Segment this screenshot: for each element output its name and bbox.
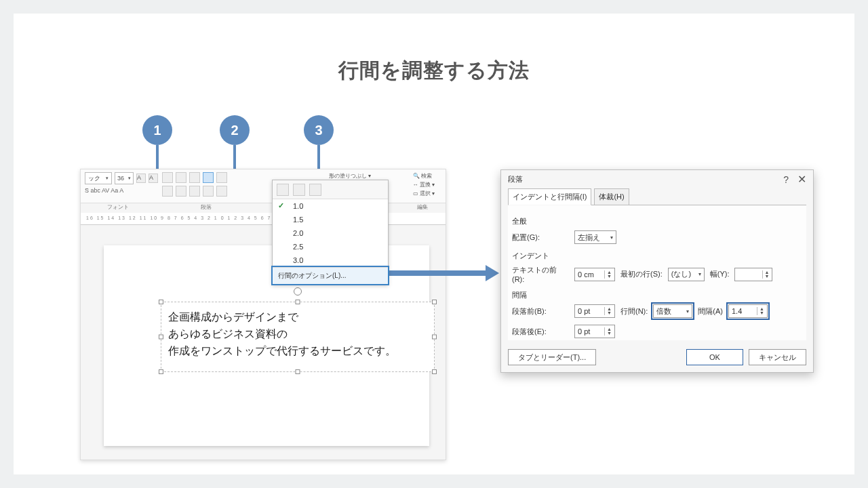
align-justify-icon[interactable] — [203, 186, 214, 197]
line-spacing-options[interactable]: 行間のオプション(L)... — [273, 267, 388, 284]
numbering-icon[interactable] — [176, 172, 186, 183]
line-spacing-icon — [277, 184, 289, 196]
linespacing-label: 行間(N): — [620, 306, 648, 317]
line-spacing-icon[interactable] — [203, 172, 214, 183]
ribbon-panel: ック▾ 36▾ A A S abc AV Aa A — [80, 169, 446, 460]
select-menu[interactable]: ▭ 選択 ▾ — [413, 190, 435, 197]
selected-textbox[interactable]: 企画構成からデザインまで あらゆるビジネス資料の 作成をワンストップで代行するサ… — [161, 302, 435, 372]
step-badge-3: 3 — [304, 115, 334, 145]
resize-handle-ne[interactable] — [432, 300, 437, 304]
line-spacing-1-5[interactable]: 1.5 — [273, 213, 388, 226]
indent-before-spinner[interactable]: 0 cm▲▼ — [574, 268, 615, 281]
section-spacing: 間隔 — [512, 290, 802, 300]
firstline-label: 最初の行(S): — [620, 269, 663, 279]
indent-decrease-icon[interactable] — [189, 172, 200, 183]
section-indent: インデント — [512, 251, 802, 261]
tab-indent-spacing[interactable]: インデントと行間隔(I) — [508, 188, 591, 205]
firstline-select[interactable]: (なし)▾ — [668, 268, 705, 281]
page-title: 行間を調整する方法 — [14, 57, 854, 85]
cancel-button[interactable]: キャンセル — [749, 349, 806, 365]
align-label: 配置(G): — [512, 232, 569, 243]
interval-label: 間隔(A) — [698, 306, 723, 317]
textbox-line3: 作成をワンストップで代行するサービスです。 — [168, 343, 427, 360]
dialog-close-icon[interactable]: ✕ — [797, 174, 806, 185]
ok-button[interactable]: OK — [686, 349, 743, 365]
step-badge-1: 1 — [142, 115, 172, 145]
replace-menu[interactable]: ↔ 置換 ▾ — [413, 181, 435, 188]
indent-before-label: テキストの前(R): — [512, 265, 569, 283]
width-label: 幅(Y): — [710, 269, 730, 279]
bullets-icon[interactable] — [162, 172, 173, 183]
line-spacing-2-0[interactable]: 2.0 — [273, 226, 388, 240]
guide-arrow — [389, 268, 499, 278]
textbox-line1: 企画構成からデザインまで — [168, 309, 427, 326]
dialog-title: 段落 — [508, 174, 523, 184]
font-family-select[interactable]: ック▾ — [85, 172, 112, 184]
interval-spinner[interactable]: 1.4▲▼ — [728, 304, 768, 318]
font-size-select[interactable]: 36▾ — [115, 172, 134, 184]
section-font-label: フォント — [94, 203, 142, 213]
textbox-line2: あらゆるビジネス資料の — [168, 326, 427, 343]
font-style-row: S abc AV Aa A — [85, 187, 123, 194]
align-select[interactable]: 左揃え▾ — [574, 230, 616, 244]
text-direction-small-icon — [293, 184, 305, 196]
decrease-font-icon[interactable]: A — [149, 174, 158, 183]
line-spacing-2-5[interactable]: 2.5 — [273, 240, 388, 253]
after-spinner[interactable]: 0 pt▲▼ — [574, 325, 615, 338]
line-spacing-menu: 1.0 1.5 2.0 2.5 3.0 行間のオプション(L)... — [272, 180, 389, 285]
step-badge-2: 2 — [220, 115, 250, 145]
linespacing-select[interactable]: 倍数▾ — [653, 304, 692, 318]
align-left-icon[interactable] — [162, 186, 173, 197]
paragraph-dialog: 段落 ? ✕ インデントと行間隔(I) 体裁(H) 全般 配置(G): 左揃え▾… — [500, 169, 814, 373]
find-menu[interactable]: 🔍 検索 — [413, 172, 435, 180]
tab-layout[interactable]: 体裁(H) — [594, 188, 629, 205]
resize-handle-se[interactable] — [432, 369, 437, 374]
section-edit-label: 編集 — [409, 203, 436, 213]
line-spacing-3-0[interactable]: 3.0 — [273, 253, 388, 267]
resize-handle-nw[interactable] — [159, 300, 163, 304]
line-spacing-menu-header — [273, 180, 388, 199]
after-label: 段落後(E): — [512, 327, 569, 337]
width-spinner[interactable]: ▲▼ — [734, 268, 772, 281]
resize-handle-e[interactable] — [432, 335, 437, 340]
resize-handle-s[interactable] — [296, 369, 300, 374]
text-direction-icon[interactable] — [216, 172, 227, 183]
line-spacing-1-0[interactable]: 1.0 — [273, 199, 388, 213]
align-center-icon[interactable] — [176, 186, 186, 197]
increase-font-icon[interactable]: A — [136, 174, 146, 183]
resize-handle-sw[interactable] — [159, 369, 163, 374]
resize-handle-w[interactable] — [159, 335, 163, 340]
dialog-help-icon[interactable]: ? — [783, 174, 789, 185]
ruler: 16 15 14 13 12 11 10 9 8 7 6 5 4 3 2 1 0… — [81, 213, 446, 225]
shape-insert-small-icon — [309, 184, 321, 196]
align-right-icon[interactable] — [189, 186, 200, 197]
tutorial-card: 行間を調整する方法 1 2 3 ック▾ 36▾ A A S abc AV Aa … — [14, 14, 854, 474]
shape-fill-menu[interactable]: 形の塗りつぶし ▾ — [329, 172, 371, 180]
ribbon-toolbar: ック▾ 36▾ A A S abc AV Aa A — [81, 169, 446, 203]
tabs-leader-button[interactable]: タブとリーダー(T)... — [508, 349, 596, 365]
resize-handle-n[interactable] — [296, 300, 300, 304]
rotate-handle-icon[interactable] — [294, 287, 302, 296]
columns-icon[interactable] — [216, 186, 227, 197]
before-spinner[interactable]: 0 pt▲▼ — [574, 304, 615, 318]
before-label: 段落前(B): — [512, 306, 569, 317]
section-general: 全般 — [512, 216, 802, 226]
section-paragraph-label: 段落 — [182, 203, 230, 213]
